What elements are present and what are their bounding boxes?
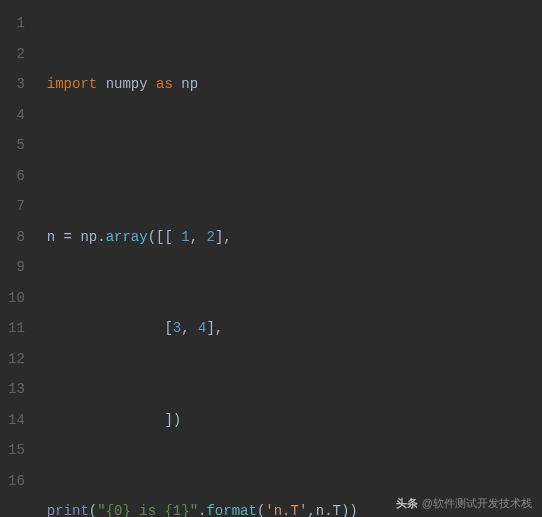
watermark-brand: 头条 bbox=[396, 497, 418, 509]
punct: )) bbox=[341, 503, 358, 517]
line-number: 7 bbox=[8, 191, 25, 222]
line-number: 14 bbox=[8, 405, 25, 436]
module-ref: np bbox=[80, 229, 97, 245]
code-line: import numpy as np bbox=[35, 69, 358, 100]
keyword-as: as bbox=[156, 76, 173, 92]
punct: . bbox=[324, 503, 332, 517]
string: 'n.T' bbox=[265, 503, 307, 517]
line-number: 16 bbox=[8, 466, 25, 497]
line-number: 11 bbox=[8, 313, 25, 344]
code-line: print("{0} is {1}".format('n.T',n.T)) bbox=[35, 496, 358, 517]
module-name: numpy bbox=[106, 76, 148, 92]
operator: = bbox=[55, 229, 80, 245]
line-number: 8 bbox=[8, 222, 25, 253]
line-number: 6 bbox=[8, 161, 25, 192]
variable: n bbox=[47, 229, 55, 245]
punct: , bbox=[181, 320, 198, 336]
number: 2 bbox=[207, 229, 215, 245]
watermark: 头条@软件测试开发技术栈 bbox=[396, 496, 532, 511]
punct: ]) bbox=[47, 412, 181, 428]
punct: , bbox=[307, 503, 315, 517]
builtin-print: print bbox=[47, 503, 89, 517]
code-line: n = np.array([[ 1, 2], bbox=[35, 222, 358, 253]
line-number: 10 bbox=[8, 283, 25, 314]
line-number: 5 bbox=[8, 130, 25, 161]
variable: n bbox=[316, 503, 324, 517]
code-line: [3, 4], bbox=[35, 313, 358, 344]
line-number: 13 bbox=[8, 374, 25, 405]
line-number: 4 bbox=[8, 100, 25, 131]
code-content[interactable]: import numpy as np n = np.array([[ 1, 2]… bbox=[35, 0, 358, 517]
line-number: 2 bbox=[8, 39, 25, 70]
attribute: T bbox=[333, 503, 341, 517]
line-number: 15 bbox=[8, 435, 25, 466]
string: "{0} is {1}" bbox=[97, 503, 198, 517]
line-number: 3 bbox=[8, 69, 25, 100]
line-number: 12 bbox=[8, 344, 25, 375]
punct: ([[ bbox=[148, 229, 182, 245]
code-editor: 1 2 3 4 5 6 7 8 9 10 11 12 13 14 15 16 i… bbox=[0, 0, 542, 517]
punct: . bbox=[97, 229, 105, 245]
punct: [ bbox=[47, 320, 173, 336]
code-line: ]) bbox=[35, 405, 358, 436]
punct: ( bbox=[89, 503, 97, 517]
keyword-import: import bbox=[47, 76, 97, 92]
line-number-gutter: 1 2 3 4 5 6 7 8 9 10 11 12 13 14 15 16 bbox=[0, 0, 35, 517]
punct: ], bbox=[206, 320, 223, 336]
function-call: array bbox=[106, 229, 148, 245]
number: 3 bbox=[173, 320, 181, 336]
number: 1 bbox=[181, 229, 189, 245]
method-format: format bbox=[206, 503, 256, 517]
punct: ], bbox=[215, 229, 232, 245]
punct: , bbox=[190, 229, 207, 245]
alias-name: np bbox=[181, 76, 198, 92]
watermark-account: @软件测试开发技术栈 bbox=[422, 497, 532, 509]
line-number: 1 bbox=[8, 8, 25, 39]
line-number: 9 bbox=[8, 252, 25, 283]
